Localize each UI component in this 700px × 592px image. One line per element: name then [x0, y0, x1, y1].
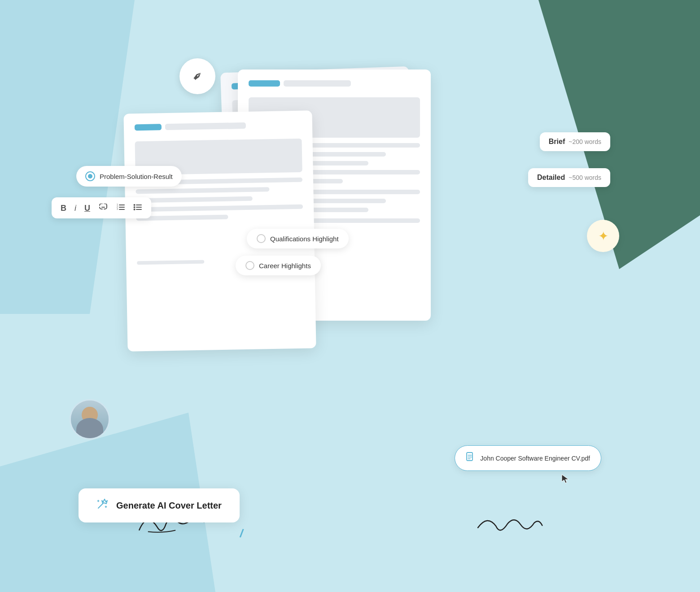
pen-icon: ✒ [188, 67, 206, 85]
cv-pill[interactable]: John Cooper Software Engineer CV.pdf [455, 445, 601, 471]
italic-button[interactable]: i [74, 204, 76, 212]
qual-label: Qualifications Highlight [270, 235, 339, 243]
psr-pill[interactable]: Problem-Solution-Result [76, 166, 182, 187]
psr-label: Problem-Solution-Result [100, 173, 173, 180]
psr-radio[interactable] [85, 171, 95, 181]
unordered-list-button[interactable] [133, 204, 142, 212]
qual-radio[interactable] [257, 234, 266, 243]
file-icon [466, 452, 475, 464]
detailed-label: Detailed [537, 174, 565, 182]
pen-circle: ✒ [179, 58, 215, 94]
career-radio[interactable] [245, 261, 254, 270]
detailed-pill[interactable]: Detailed ~500 words [528, 168, 610, 187]
scene: ✒ Problem-Solution-Result B i U 1 2 3 [0, 0, 700, 592]
generate-ai-button[interactable]: Generate AI Cover Letter [79, 488, 240, 522]
cv-filename: John Cooper Software Engineer CV.pdf [480, 455, 590, 462]
brief-label: Brief [549, 138, 565, 146]
underline-button[interactable]: U [84, 204, 90, 212]
svg-point-9 [134, 204, 136, 206]
sparkle-circle: ✦ [587, 220, 619, 252]
generate-label: Generate AI Cover Letter [116, 501, 222, 511]
avatar [70, 399, 110, 440]
qualifications-pill[interactable]: Qualifications Highlight [247, 229, 349, 248]
format-toolbar: B i U 1 2 3 [52, 197, 151, 218]
brief-pill[interactable]: Brief ~200 words [540, 132, 610, 151]
svg-point-10 [134, 206, 136, 208]
slash-decoration: / [239, 527, 245, 541]
cursor [561, 474, 570, 484]
svg-point-11 [134, 209, 136, 210]
link-button[interactable] [98, 204, 108, 212]
detailed-words: ~500 words [569, 174, 601, 181]
svg-text:3: 3 [117, 208, 118, 210]
career-pill[interactable]: Career Highlights [236, 256, 321, 275]
svg-rect-12 [467, 453, 472, 461]
signature-right [475, 509, 544, 548]
ai-wand-icon [96, 498, 108, 513]
brief-words: ~200 words [569, 138, 601, 145]
psr-radio-inner [88, 174, 92, 178]
ordered-list-button[interactable]: 1 2 3 [116, 204, 125, 212]
bold-button[interactable]: B [61, 204, 66, 212]
career-label: Career Highlights [259, 262, 311, 270]
sparkle-icon: ✦ [598, 229, 608, 244]
